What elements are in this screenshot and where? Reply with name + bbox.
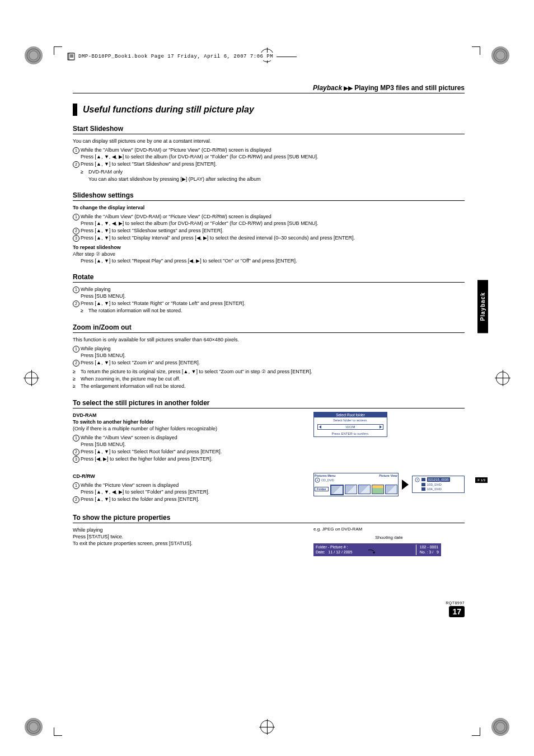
example-label: e.g. JPEG on DVD-RAM (313, 527, 465, 533)
left-arrow-icon (319, 425, 321, 429)
svg-point-8 (416, 479, 418, 480)
step-text: While playing (73, 527, 302, 533)
step-text: Press [SUB MENU]. (81, 442, 126, 447)
step-text: Press [◀, ▶] to select the higher folder… (81, 456, 213, 462)
right-arrow-icon (380, 425, 382, 429)
step-text: You can also start slideshow by pressing… (81, 176, 465, 182)
step-text: Press [▲, ▼] to select "Start Slideshow"… (81, 161, 217, 167)
section-zoom: Zoom in/Zoom out (73, 323, 465, 333)
subheading: To switch to another higher folder (73, 419, 302, 425)
step-text: Press [▲, ▼] to select "Rotate Right" or… (81, 300, 245, 306)
subheading: To change the display interval (73, 204, 465, 211)
section-rotate: Rotate (73, 273, 465, 283)
disc-icon (315, 477, 320, 483)
heading-bar-icon (73, 104, 77, 116)
zoom-intro: This function is only available for stil… (73, 336, 465, 343)
section-another-folder: To select the still pictures in another … (73, 399, 465, 408)
folder-label: 104_DVD (427, 487, 442, 491)
dialog-text: Select folder to access. (314, 417, 387, 423)
section-slideshow-settings: Slideshow settings (73, 191, 465, 201)
dcim-selector: \DCIM (317, 424, 383, 430)
right-arrow-icon (402, 480, 409, 490)
step-text: Press [▲, ▼] to select "Repeat Play" and… (73, 257, 465, 264)
step-text: Press [▲, ▼, ◀, ▶] to select the album (… (81, 220, 318, 226)
step-text: To exit the picture properties screen, p… (73, 540, 302, 547)
dialog-text: Press ENTER to confirm. (314, 431, 387, 436)
subheading: To repeat slideshow (73, 244, 465, 251)
pdf-book-header: DMP-BD10PP_Book1.book Page 17 Friday, Ap… (67, 53, 297, 60)
crop-corner-icon (472, 46, 480, 55)
bullet-text: The enlargement information will not be … (73, 383, 465, 389)
step-text: After step ② above (73, 251, 465, 257)
properties-osd: Folder - Picture # : Date: 11 / 12 / 200… (313, 543, 441, 556)
step-text: Press [▲, ▼] to select "Display Interval… (81, 235, 355, 241)
step-text: Press [▲, ▼, ◀, ▶] to select "Folder" an… (81, 489, 209, 495)
select-root-dialog: Select Root folder Select folder to acce… (313, 412, 387, 437)
thumbnail-icon (372, 485, 384, 494)
folder-icon (421, 483, 425, 486)
bullet-text: To return the picture to its original si… (73, 368, 465, 375)
folder-count-badge: F 1/3 (475, 477, 488, 483)
step-text: While the "Album View" (DVD-RAM) or "Pic… (81, 214, 271, 219)
media-label: CD-R/RW (73, 473, 302, 480)
thumbnail-icon (345, 485, 357, 494)
pointer-arrow-icon (367, 549, 377, 559)
step-text: While the "Picture View" screen is displ… (81, 482, 179, 488)
page-number: 17 (449, 606, 465, 617)
registration-mark-icon (260, 720, 274, 734)
note-text: (Only if there is a multiple number of h… (73, 425, 302, 432)
book-icon (67, 53, 75, 60)
side-tab-playback: Playback (477, 280, 488, 333)
crop-mark-icon (491, 46, 509, 64)
folder-button: Folder (315, 487, 329, 491)
disc-icon (415, 477, 420, 482)
bullet-text: The rotation information will not be sto… (81, 307, 465, 314)
bullet-text: When zooming in, the picture may be cut … (73, 375, 465, 382)
step-text: Press [▲, ▼, ◀, ▶] to select the album (… (81, 154, 318, 159)
step-text: Press [▲, ▼] to select the folder and pr… (81, 496, 199, 502)
doc-code: RQT8997 (73, 601, 465, 605)
pdf-header-text: DMP-BD10PP_Book1.book Page 17 Friday, Ap… (78, 54, 273, 59)
step-text: Press [▲, ▼] to select "Slideshow settin… (81, 228, 223, 233)
step-text: Press [▲, ▼] to select "Select Root fold… (81, 449, 222, 454)
registration-mark-icon (496, 372, 509, 385)
svg-point-6 (317, 480, 318, 481)
pictures-menu-panel: Pictures Menu Picture View CD_DVD Folder (313, 473, 399, 496)
svg-rect-1 (69, 53, 74, 60)
step-text: Press [SUB MENU]. (81, 293, 126, 299)
section-start-slideshow: Start Slideshow (73, 125, 465, 134)
step-text: While playing (81, 287, 111, 292)
dialog-title: Select Root folder (314, 412, 387, 417)
label: Picture View (379, 474, 397, 477)
dcim-label: \DCIM (346, 425, 355, 429)
bullet-text: DVD-RAM only (81, 168, 465, 175)
folder-navigation-illustration: Pictures Menu Picture View CD_DVD Folder (313, 473, 465, 496)
media-label: DVD-RAM (73, 412, 302, 419)
step-text: While the "Album View" screen is display… (81, 435, 177, 440)
step-text: Press [▲, ▼] to select "Zoom in" and pre… (81, 360, 200, 365)
folder-label: 103_DVD (427, 482, 442, 487)
registration-mark-icon (25, 372, 38, 385)
thumbnail-icon (385, 485, 397, 494)
annotation-label: Shooting date (313, 535, 465, 541)
step-text: Press [STATUS] twice. (73, 533, 302, 540)
page-title: Useful functions during still picture pl… (83, 105, 254, 115)
folder-icon (421, 487, 425, 491)
label: CD_DVD (321, 478, 334, 482)
section-breadcrumb: Playback ▶▶ Playing MP3 files and still … (73, 84, 465, 92)
start-slideshow-intro: You can display still pictures one by on… (73, 138, 465, 144)
folder-label: 021215_0035 (427, 477, 450, 482)
crop-corner-icon (472, 727, 480, 736)
folder-icon (421, 478, 425, 481)
crop-corner-icon (54, 46, 62, 55)
step-text: While playing (81, 346, 111, 351)
crop-corner-icon (54, 727, 62, 736)
thumbnail-icon (330, 485, 344, 495)
step-text: While the "Album View" (DVD-RAM) or "Pic… (81, 147, 271, 153)
crop-mark-icon (25, 718, 43, 736)
section-picture-properties: To show the picture properties (73, 514, 465, 523)
crop-mark-icon (25, 46, 43, 64)
crop-mark-icon (491, 718, 509, 736)
folder-tree-panel: F 1/3 021215_0035 103_DVD 10 (412, 476, 465, 494)
step-text: Press [SUB MENU]. (81, 353, 126, 358)
